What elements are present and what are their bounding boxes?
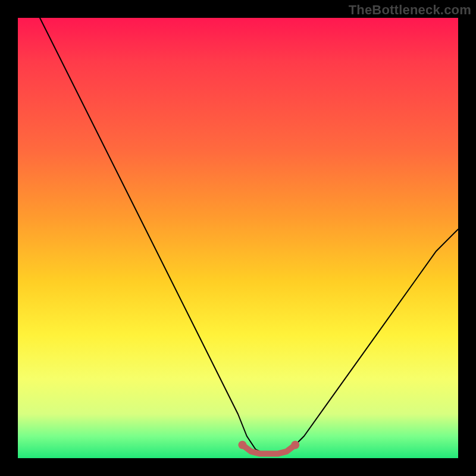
marker-dot [238,441,246,449]
marker-dot [291,441,299,449]
outer-frame: TheBottleneck.com [0,0,476,476]
optimal-range-markers [238,441,299,454]
watermark-text: TheBottleneck.com [349,2,471,18]
marker-connector [242,445,295,454]
chart-svg [18,18,458,458]
bottleneck-curve [40,18,458,454]
plot-area [18,18,458,458]
